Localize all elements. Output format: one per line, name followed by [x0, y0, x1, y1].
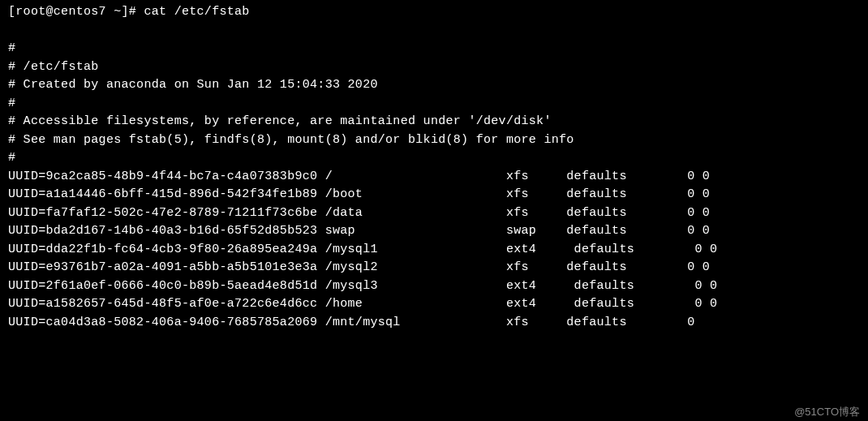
fstab-entry: UUID=2f61a0ef-0666-40c0-b89b-5aead4e8d51…: [8, 279, 717, 293]
comment-line: # Created by anaconda on Sun Jan 12 15:0…: [8, 78, 378, 92]
fstab-entry: UUID=a1582657-645d-48f5-af0e-a722c6e4d6c…: [8, 297, 717, 311]
fstab-entry: UUID=ca04d3a8-5082-406a-9406-7685785a206…: [8, 316, 703, 329]
fstab-entry: UUID=e93761b7-a02a-4091-a5bb-a5b5101e3e3…: [8, 260, 710, 274]
comment-line: # /etc/fstab: [8, 60, 99, 74]
comment-line: #: [8, 151, 15, 165]
fstab-entry: UUID=9ca2ca85-48b9-4f44-bc7a-c4a07383b9c…: [8, 170, 710, 183]
fstab-entry: UUID=fa7faf12-502c-47e2-8789-71211f73c6b…: [8, 206, 710, 220]
fstab-entry: UUID=a1a14446-6bff-415d-896d-542f34fe1b8…: [8, 187, 710, 201]
fstab-entry: UUID=dda22f1b-fc64-4cb3-9f80-26a895ea249…: [8, 243, 717, 256]
comment-line: #: [8, 97, 15, 110]
shell-prompt: [root@centos7 ~]#: [8, 5, 144, 19]
comment-line: # See man pages fstab(5), findfs(8), mou…: [8, 133, 574, 147]
terminal-output[interactable]: [root@centos7 ~]# cat /etc/fstab # # /et…: [0, 0, 868, 335]
comment-line: # Accessible filesystems, by reference, …: [8, 114, 552, 128]
comment-line: #: [8, 41, 15, 55]
fstab-entry: UUID=bda2d167-14b6-40a3-b16d-65f52d85b52…: [8, 224, 710, 238]
command-text: cat /etc/fstab: [144, 5, 249, 19]
watermark-text: @51CTO博客: [794, 404, 860, 420]
